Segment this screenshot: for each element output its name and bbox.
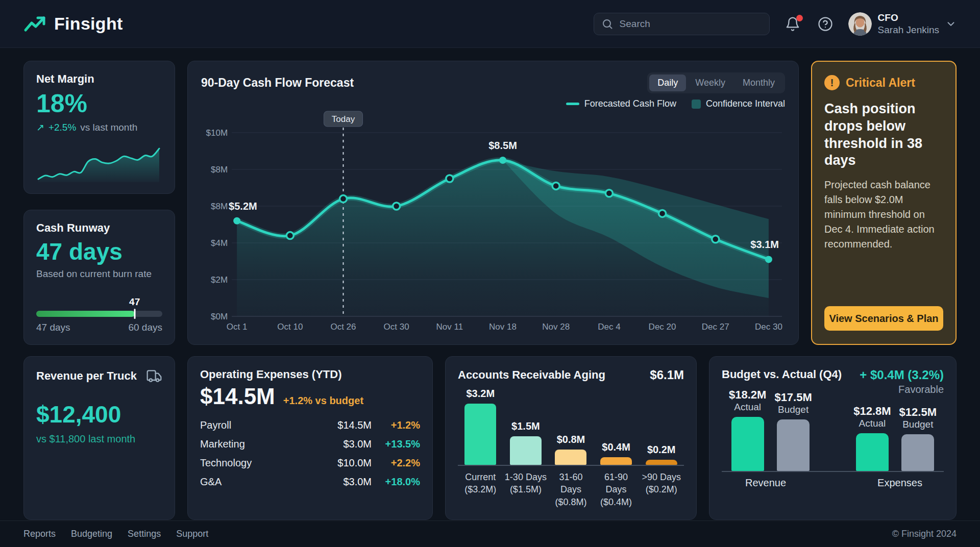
footer-link-budgeting[interactable]: Budgeting bbox=[71, 529, 112, 539]
help-button[interactable] bbox=[816, 14, 835, 34]
bva-bar bbox=[777, 419, 810, 471]
ar-bar bbox=[600, 457, 632, 465]
ar-category-label: 1-30 Days($1.5M) bbox=[503, 471, 549, 508]
svg-text:Oct 30: Oct 30 bbox=[384, 322, 409, 332]
bva-group-name: Revenue bbox=[729, 477, 802, 489]
tab-monthly[interactable]: Monthly bbox=[734, 74, 783, 91]
ar-bar-column: $1.5M bbox=[503, 420, 549, 465]
footer-link-reports[interactable]: Reports bbox=[23, 529, 56, 539]
dashboard-main: Net Margin 18% ↗ +2.5% vs last month Cas… bbox=[0, 48, 980, 503]
search-icon bbox=[601, 18, 614, 30]
user-menu[interactable]: CFO Sarah Jenkins bbox=[848, 12, 957, 36]
bva-group-expenses: $12.8MActual$12.5MBudget bbox=[853, 405, 937, 471]
line-swatch-icon bbox=[566, 103, 579, 105]
opex-delta-pct: +13.5% bbox=[372, 438, 420, 450]
bva-bar-column: $12.8MActual bbox=[853, 405, 891, 471]
brand-name: Finsight bbox=[54, 14, 123, 34]
brand: Finsight bbox=[23, 14, 123, 34]
ar-category-label: 31-60 Days($0.8M) bbox=[548, 471, 594, 508]
ar-category: >90 Days bbox=[639, 471, 684, 483]
svg-text:$8M: $8M bbox=[211, 202, 228, 211]
ar-category-amount: ($1.5M) bbox=[503, 483, 549, 495]
bva-bar-series: Budget bbox=[902, 419, 933, 430]
runway-marker-tick bbox=[134, 309, 135, 319]
notifications-button[interactable] bbox=[783, 14, 802, 34]
ar-aging-chart: $3.2M$1.5M$0.8M$0.4M$0.2M bbox=[458, 388, 684, 466]
opex-row-ga: G&A$3.0M+18.0% bbox=[200, 473, 420, 491]
opex-breakdown: Payroll$14.5M+1.2%Marketing$3.0M+13.5%Te… bbox=[200, 416, 420, 491]
view-scenarios-button[interactable]: View Scenarios & Plan bbox=[824, 306, 943, 331]
search-input[interactable] bbox=[619, 18, 762, 30]
budget-vs-actual-card: Budget vs. Actual (Q4) + $0.4M (3.2%) Fa… bbox=[709, 356, 957, 520]
app-footer: ReportsBudgetingSettingsSupport © Finsig… bbox=[0, 520, 980, 547]
app-header: Finsight bbox=[0, 0, 980, 48]
opex-delta-pct: +18.0% bbox=[372, 476, 420, 488]
net-margin-delta: ↗ +2.5% vs last month bbox=[36, 121, 162, 133]
bva-group-revenue: $18.2MActual$17.5MBudget bbox=[729, 388, 812, 471]
opex-value: $14.5M bbox=[200, 385, 275, 408]
ar-bar bbox=[464, 404, 496, 465]
trend-up-arrow-icon: ↗ bbox=[36, 121, 44, 133]
bva-bar-column: $18.2MActual bbox=[729, 388, 766, 471]
opex-amount: $10.0M bbox=[315, 457, 372, 469]
svg-text:Dec 27: Dec 27 bbox=[702, 322, 729, 332]
truck-icon bbox=[146, 368, 162, 384]
bva-favorable-note: Favorable bbox=[860, 384, 944, 395]
svg-text:Oct 1: Oct 1 bbox=[227, 322, 248, 332]
opex-amount: $3.0M bbox=[315, 438, 372, 450]
footer-link-settings[interactable]: Settings bbox=[128, 529, 161, 539]
search-box[interactable] bbox=[594, 13, 770, 35]
tab-daily[interactable]: Daily bbox=[649, 74, 686, 91]
footer-link-support[interactable]: Support bbox=[176, 529, 208, 539]
bottom-row: Revenue per Truck $12,400 vs $11,800 las… bbox=[23, 356, 957, 503]
svg-text:Oct 26: Oct 26 bbox=[330, 322, 356, 332]
svg-text:$8.5M: $8.5M bbox=[488, 140, 517, 151]
net-margin-sparkline bbox=[36, 138, 161, 182]
revenue-per-truck-card: Revenue per Truck $12,400 vs $11,800 las… bbox=[23, 356, 175, 520]
svg-text:Today: Today bbox=[332, 114, 355, 124]
svg-text:$4M: $4M bbox=[211, 238, 228, 248]
bva-group-name: Expenses bbox=[863, 477, 937, 489]
ar-bar-column: $0.4M bbox=[594, 441, 639, 465]
ar-category: 31-60 Days bbox=[548, 471, 594, 496]
ar-bar-value: $0.2M bbox=[647, 444, 676, 456]
bva-bar-value: $17.5M bbox=[774, 391, 812, 404]
bva-bar-series: Actual bbox=[859, 418, 886, 429]
svg-text:Dec 4: Dec 4 bbox=[598, 322, 620, 332]
runway-progress: 47 47 days 60 days bbox=[36, 296, 162, 333]
revenue-per-truck-value: $12,400 bbox=[36, 403, 162, 426]
bva-bar bbox=[856, 433, 889, 471]
cash-flow-forecast-card: 90-Day Cash Flow Forecast DailyWeeklyMon… bbox=[187, 61, 799, 345]
svg-text:Oct 10: Oct 10 bbox=[277, 322, 303, 332]
trending-up-logo-icon bbox=[23, 14, 47, 34]
help-circle-icon bbox=[818, 16, 833, 32]
svg-text:Nov 18: Nov 18 bbox=[489, 322, 517, 332]
avatar bbox=[848, 12, 872, 36]
net-margin-card: Net Margin 18% ↗ +2.5% vs last month bbox=[23, 61, 175, 194]
cash-runway-title: Cash Runway bbox=[36, 221, 162, 235]
ar-aging-labels: Current($3.2M)1-30 Days($1.5M)31-60 Days… bbox=[458, 471, 684, 508]
tab-weekly[interactable]: Weekly bbox=[687, 74, 733, 91]
copyright: © Finsight 2024 bbox=[892, 529, 957, 539]
cash-runway-subtitle: Based on current burn rate bbox=[36, 268, 162, 280]
notification-dot bbox=[796, 15, 803, 21]
ar-category-label: 61-90 Days($0.4M) bbox=[594, 471, 639, 508]
bva-bar-value: $12.5M bbox=[899, 406, 937, 419]
ar-bar-column: $0.8M bbox=[548, 434, 594, 465]
top-row: Net Margin 18% ↗ +2.5% vs last month Cas… bbox=[23, 61, 957, 343]
forecast-title: 90-Day Cash Flow Forecast bbox=[201, 76, 354, 90]
runway-marker-label: 47 bbox=[129, 296, 140, 308]
ar-bar-column: $0.2M bbox=[639, 444, 684, 465]
opex-row-technology: Technology$10.0M+2.2% bbox=[200, 454, 420, 473]
chevron-down-icon[interactable] bbox=[945, 18, 957, 30]
critical-alert-card: ! Critical Alert Cash position drops bel… bbox=[811, 61, 957, 345]
runway-max-label: 60 days bbox=[128, 322, 162, 333]
user-role: CFO bbox=[878, 12, 939, 23]
legend-forecast-line: Forecasted Cash Flow bbox=[566, 98, 676, 109]
ar-aging-card: Accounts Receivable Aging $6.1M $3.2M$1.… bbox=[445, 356, 697, 520]
operating-expenses-card: Operating Expenses (YTD) $14.5M +1.2% vs… bbox=[187, 356, 433, 520]
ar-bar bbox=[510, 436, 542, 465]
forecast-legend: Forecasted Cash Flow Confidence Interval bbox=[201, 98, 785, 109]
ar-category-amount: ($0.8M) bbox=[548, 496, 594, 508]
net-margin-value: 18% bbox=[36, 91, 162, 116]
